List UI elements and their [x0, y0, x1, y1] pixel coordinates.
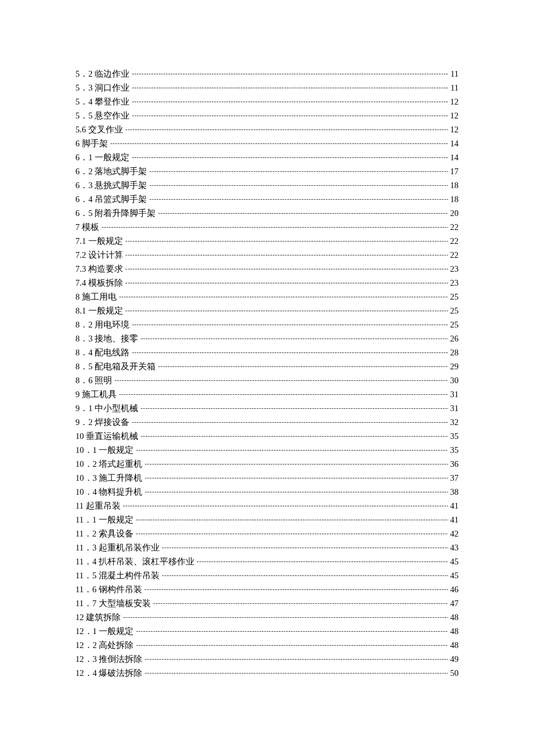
toc-leader: [132, 82, 448, 91]
toc-page-number: 12: [450, 109, 459, 123]
toc-label: 12．3 推倒法拆除: [75, 652, 142, 666]
toc-page-number: 30: [450, 373, 459, 387]
toc-page-number: 25: [450, 318, 459, 332]
toc-leader: [145, 654, 448, 663]
toc-page-number: 26: [450, 332, 459, 345]
toc-leader: [197, 556, 448, 565]
toc-leader: [136, 640, 448, 649]
toc-entry: 11．1 一般规定41: [75, 513, 459, 527]
toc-page-number: 11: [450, 81, 459, 95]
toc-page-number: 20: [450, 206, 459, 220]
toc-page-number: 12: [450, 123, 459, 136]
toc-page-number: 29: [450, 359, 459, 373]
toc-page-number: 11: [450, 67, 459, 81]
toc-page-number: 18: [450, 178, 459, 192]
toc-label: 10．3 施工升降机: [75, 471, 142, 485]
toc-page-number: 45: [450, 555, 459, 568]
toc-leader: [145, 668, 448, 676]
toc-page-number: 46: [450, 582, 459, 596]
toc-entry: 8．2 用电环境25: [75, 318, 459, 332]
toc-entry: 6．2 落地式脚手架17: [75, 164, 459, 178]
toc-leader: [158, 208, 448, 217]
toc-label: 12．4 爆破法拆除: [75, 666, 142, 680]
toc-label: 7.3 构造要求: [75, 262, 123, 276]
toc-label: 11 起重吊装: [75, 499, 121, 513]
toc-leader: [125, 305, 448, 314]
toc-label: 9．1 中小型机械: [75, 401, 138, 415]
toc-label: 8．3 接地、接零: [75, 332, 138, 345]
toc-label: 6．3 悬挑式脚手架: [75, 178, 147, 192]
toc-leader: [145, 584, 448, 593]
toc-page-number: 50: [450, 666, 459, 680]
toc-entry: 11．2 索具设备42: [75, 527, 459, 541]
toc-page-number: 14: [450, 150, 459, 164]
toc-page-number: 25: [450, 290, 459, 304]
toc-entry: 8．6 照明30: [75, 373, 459, 387]
toc-entry: 9 施工机具31: [75, 387, 459, 401]
toc-entry: 11．5 混凝土构件吊装45: [75, 568, 459, 582]
toc-label: 6．1 一般规定: [75, 150, 129, 164]
toc-label: 6．2 落地式脚手架: [75, 164, 147, 178]
toc-label: 10 垂直运输机械: [75, 429, 138, 443]
toc-label: 10．1 一般规定: [75, 443, 134, 457]
toc-page-number: 12: [450, 95, 459, 109]
toc-label: 9．2 焊接设备: [75, 415, 129, 429]
toc-entry: 5．3 洞口作业11: [75, 81, 459, 95]
toc-entry: 7 模板22: [75, 220, 459, 234]
toc-label: 11．7 大型墙板安装: [75, 596, 151, 610]
toc-page-number: 38: [450, 485, 459, 499]
toc-page-number: 43: [450, 541, 459, 555]
toc-label: 8．5 配电箱及开关箱: [75, 359, 156, 373]
toc-entry: 10 垂直运输机械35: [75, 429, 459, 443]
toc-leader: [132, 96, 448, 105]
toc-page-number: 48: [450, 610, 459, 624]
toc-page-number: 41: [450, 499, 459, 513]
toc-page-number: 48: [450, 624, 459, 638]
toc-page-number: 49: [450, 652, 459, 666]
toc-leader: [132, 417, 448, 426]
toc-entry: 12．2 高处拆除48: [75, 638, 459, 652]
toc-entry: 8.1 一般规定25: [75, 304, 459, 318]
toc-page-number: 41: [450, 513, 459, 527]
toc-leader: [125, 124, 448, 133]
toc-entry: 7.4 模板拆除23: [75, 276, 459, 290]
toc-label: 8 施工用电: [75, 290, 117, 304]
toc-leader: [149, 180, 448, 189]
toc-leader: [132, 69, 448, 77]
toc-label: 6．5 附着升降脚手架: [75, 206, 156, 220]
toc-page-number: 25: [450, 304, 459, 318]
toc-leader: [149, 166, 448, 175]
toc-label: 12 建筑拆除: [75, 610, 121, 624]
toc-label: 5．3 洞口作业: [75, 81, 129, 95]
toc-entry: 8 施工用电25: [75, 290, 459, 304]
toc-entry: 10．4 物料提升机38: [75, 485, 459, 499]
toc-page-number: 14: [450, 136, 459, 150]
toc-leader: [123, 501, 448, 509]
toc-entry: 8．4 配电线路28: [75, 345, 459, 359]
toc-label: 7.1 一般规定: [75, 234, 123, 248]
toc-leader: [145, 487, 448, 495]
toc-entry: 5．4 攀登作业12: [75, 95, 459, 109]
toc-leader: [140, 431, 448, 440]
toc-entry: 8．3 接地、接零26: [75, 332, 459, 345]
toc-label: 7 模板: [75, 220, 99, 234]
toc-page-number: 47: [450, 596, 459, 610]
page-content: 5．2 临边作业115．3 洞口作业115．4 攀登作业125．5 悬空作业12…: [0, 0, 534, 738]
toc-label: 5.6 交叉作业: [75, 123, 123, 136]
toc-entry: 6．5 附着升降脚手架20: [75, 206, 459, 220]
toc-page-number: 37: [450, 471, 459, 485]
toc-label: 7.4 模板拆除: [75, 276, 123, 290]
toc-page-number: 17: [450, 164, 459, 178]
toc-entry: 11．4 扒杆吊装、滚杠平移作业45: [75, 555, 459, 568]
toc-leader: [136, 626, 448, 635]
toc-page-number: 22: [450, 234, 459, 248]
toc-entry: 10．3 施工升降机37: [75, 471, 459, 485]
toc-page-number: 32: [450, 415, 459, 429]
toc-leader: [123, 612, 448, 621]
toc-label: 11．1 一般规定: [75, 513, 134, 527]
toc-entry: 9．1 中小型机械31: [75, 401, 459, 415]
toc-leader: [162, 570, 448, 579]
toc-entry: 6．1 一般规定14: [75, 150, 459, 164]
toc-entry: 11 起重吊装41: [75, 499, 459, 513]
toc-leader: [110, 138, 448, 147]
